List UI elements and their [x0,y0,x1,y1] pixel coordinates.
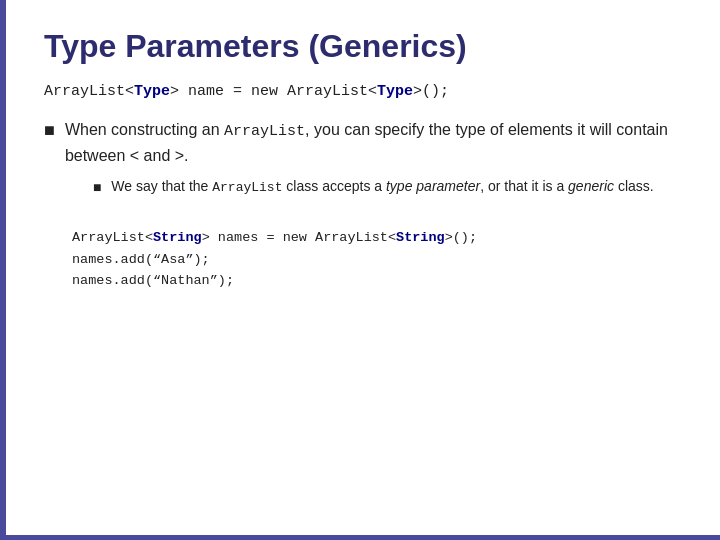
bullet-marker: ■ [44,120,55,141]
code-line2: names.add(“Asa”); [72,249,684,271]
top-code-suffix: >(); [413,83,449,100]
code-line1-type1: String [153,230,202,245]
bullet-gt: > [175,147,184,164]
code-line1-post: > names = new ArrayList< [202,230,396,245]
sub-italic2: generic [568,178,614,194]
bullet-text: When constructing an ArrayList, you can … [65,118,684,168]
slide-title: Type Parameters (Generics) [36,28,684,65]
code-line1-type2: String [396,230,445,245]
top-code-middle: > name = new ArrayList< [170,83,377,100]
top-code-prefix: ArrayList< [44,83,134,100]
bullet-body: When constructing an ArrayList, you can … [65,118,684,197]
bullet-text-before-code: When constructing an [65,121,224,138]
sub-italic1: type parameter [386,178,480,194]
code-line1-end: >(); [445,230,477,245]
sub-text3: , or that it is a [480,178,568,194]
sub-text2: class accepts a [282,178,386,194]
bullet-lt: < [130,147,139,164]
top-code-type1: Type [134,83,170,100]
code-line1-pre: ArrayList< [72,230,153,245]
main-bullet: ■ When constructing an ArrayList, you ca… [36,118,684,197]
code-line3: names.add(“Nathan”); [72,270,684,292]
top-code-type2: Type [377,83,413,100]
code-line1: ArrayList<String> names = new ArrayList<… [72,227,684,249]
bullet-and: and [139,147,175,164]
sub-text1: We say that the [111,178,212,194]
bullet-period: . [184,147,188,164]
sub-bullet-text: We say that the ArrayList class accepts … [111,176,653,198]
sub-text4: class. [614,178,654,194]
sub-code1: ArrayList [212,180,282,195]
top-code-line: ArrayList<Type> name = new ArrayList<Typ… [36,83,684,100]
sub-bullet-marker: ■ [93,179,101,195]
slide: Type Parameters (Generics) ArrayList<Typ… [0,0,720,540]
bottom-accent-bar [0,535,720,540]
bullet-code1: ArrayList [224,123,305,140]
sub-bullet: ■ We say that the ArrayList class accept… [65,176,684,198]
bottom-code-block: ArrayList<String> names = new ArrayList<… [36,227,684,292]
